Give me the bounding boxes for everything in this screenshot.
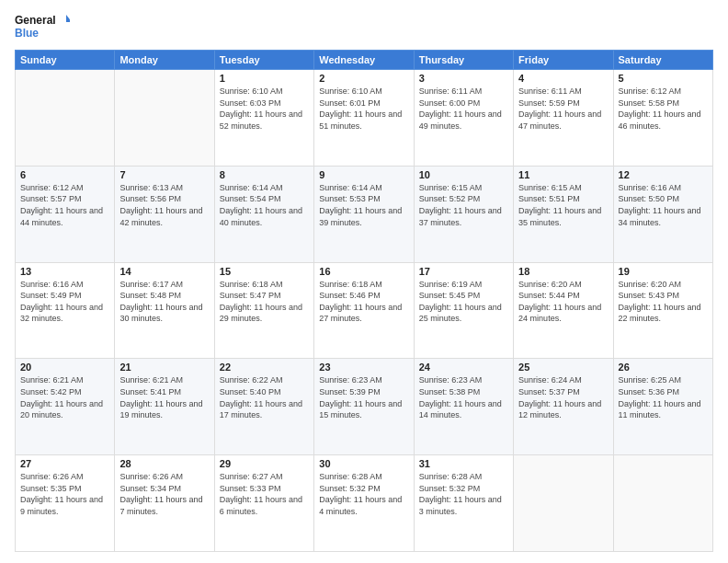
day-info: Sunrise: 6:14 AMSunset: 5:53 PMDaylight:… <box>319 182 408 228</box>
calendar-cell <box>514 455 613 552</box>
calendar-week-row: 1Sunrise: 6:10 AMSunset: 6:03 PMDaylight… <box>16 70 713 167</box>
day-info: Sunrise: 6:25 AMSunset: 5:36 PMDaylight:… <box>619 374 708 420</box>
day-number: 10 <box>419 169 508 180</box>
day-number: 7 <box>119 169 209 180</box>
day-info: Sunrise: 6:10 AMSunset: 6:01 PMDaylight:… <box>319 86 408 132</box>
day-number: 31 <box>419 458 508 469</box>
weekday-header-wednesday: Wednesday <box>314 51 414 70</box>
calendar-cell: 30Sunrise: 6:28 AMSunset: 5:32 PMDayligh… <box>314 455 414 552</box>
day-number: 23 <box>319 362 408 373</box>
day-number: 28 <box>119 458 209 469</box>
day-info: Sunrise: 6:26 AMSunset: 5:35 PMDaylight:… <box>20 471 109 517</box>
calendar-body: 1Sunrise: 6:10 AMSunset: 6:03 PMDaylight… <box>16 70 713 552</box>
calendar-week-row: 20Sunrise: 6:21 AMSunset: 5:42 PMDayligh… <box>16 359 713 455</box>
calendar-cell: 12Sunrise: 6:16 AMSunset: 5:50 PMDayligh… <box>613 166 712 262</box>
day-number: 13 <box>20 266 109 277</box>
calendar-week-row: 6Sunrise: 6:12 AMSunset: 5:57 PMDaylight… <box>16 166 713 262</box>
day-info: Sunrise: 6:10 AMSunset: 6:03 PMDaylight:… <box>220 86 309 132</box>
calendar-cell: 11Sunrise: 6:15 AMSunset: 5:51 PMDayligh… <box>514 166 613 262</box>
day-number: 21 <box>119 362 209 373</box>
day-info: Sunrise: 6:20 AMSunset: 5:44 PMDaylight:… <box>518 279 608 325</box>
day-number: 8 <box>220 169 309 180</box>
day-info: Sunrise: 6:15 AMSunset: 5:52 PMDaylight:… <box>419 182 508 228</box>
day-number: 9 <box>319 169 408 180</box>
day-info: Sunrise: 6:14 AMSunset: 5:54 PMDaylight:… <box>220 182 309 228</box>
day-info: Sunrise: 6:17 AMSunset: 5:48 PMDaylight:… <box>119 279 209 325</box>
calendar-cell: 3Sunrise: 6:11 AMSunset: 6:00 PMDaylight… <box>414 70 513 167</box>
svg-text:General: General <box>15 14 56 27</box>
calendar-cell: 17Sunrise: 6:19 AMSunset: 5:45 PMDayligh… <box>414 262 513 359</box>
calendar-page: General Blue SundayMondayTuesdayWednesda… <box>0 0 728 563</box>
weekday-header-monday: Monday <box>115 51 214 70</box>
day-info: Sunrise: 6:23 AMSunset: 5:39 PMDaylight:… <box>319 374 408 420</box>
day-info: Sunrise: 6:16 AMSunset: 5:49 PMDaylight:… <box>20 279 109 325</box>
day-number: 14 <box>119 266 209 277</box>
day-info: Sunrise: 6:16 AMSunset: 5:50 PMDaylight:… <box>619 182 708 228</box>
calendar-cell: 14Sunrise: 6:17 AMSunset: 5:48 PMDayligh… <box>115 262 214 359</box>
calendar-cell: 10Sunrise: 6:15 AMSunset: 5:52 PMDayligh… <box>414 166 513 262</box>
calendar-cell: 27Sunrise: 6:26 AMSunset: 5:35 PMDayligh… <box>16 455 115 552</box>
calendar-cell: 4Sunrise: 6:11 AMSunset: 5:59 PMDaylight… <box>514 70 613 167</box>
day-info: Sunrise: 6:15 AMSunset: 5:51 PMDaylight:… <box>518 182 608 228</box>
calendar-week-row: 27Sunrise: 6:26 AMSunset: 5:35 PMDayligh… <box>16 455 713 552</box>
day-number: 11 <box>518 169 608 180</box>
day-number: 20 <box>20 362 109 373</box>
day-info: Sunrise: 6:19 AMSunset: 5:45 PMDaylight:… <box>419 279 508 325</box>
day-number: 3 <box>419 73 508 84</box>
day-number: 16 <box>319 266 408 277</box>
calendar-cell: 5Sunrise: 6:12 AMSunset: 5:58 PMDaylight… <box>613 70 712 167</box>
day-info: Sunrise: 6:13 AMSunset: 5:56 PMDaylight:… <box>119 182 209 228</box>
calendar-table: SundayMondayTuesdayWednesdayThursdayFrid… <box>15 50 713 552</box>
day-number: 12 <box>619 169 708 180</box>
calendar-cell: 6Sunrise: 6:12 AMSunset: 5:57 PMDaylight… <box>16 166 115 262</box>
day-number: 18 <box>518 266 608 277</box>
calendar-cell: 31Sunrise: 6:28 AMSunset: 5:32 PMDayligh… <box>414 455 513 552</box>
weekday-header-sunday: Sunday <box>16 51 115 70</box>
day-number: 2 <box>319 73 408 84</box>
calendar-cell: 19Sunrise: 6:20 AMSunset: 5:43 PMDayligh… <box>613 262 712 359</box>
calendar-cell: 25Sunrise: 6:24 AMSunset: 5:37 PMDayligh… <box>514 359 613 455</box>
calendar-cell: 8Sunrise: 6:14 AMSunset: 5:54 PMDaylight… <box>214 166 313 262</box>
logo: General Blue <box>15 11 70 42</box>
day-number: 22 <box>220 362 309 373</box>
day-number: 30 <box>319 458 408 469</box>
logo-svg: General Blue <box>15 11 70 42</box>
day-number: 1 <box>220 73 309 84</box>
day-number: 24 <box>419 362 508 373</box>
day-number: 19 <box>619 266 708 277</box>
day-info: Sunrise: 6:11 AMSunset: 6:00 PMDaylight:… <box>419 86 508 132</box>
weekday-header-saturday: Saturday <box>613 51 712 70</box>
calendar-cell: 18Sunrise: 6:20 AMSunset: 5:44 PMDayligh… <box>514 262 613 359</box>
svg-text:Blue: Blue <box>15 27 39 40</box>
svg-marker-2 <box>66 15 70 22</box>
calendar-cell: 21Sunrise: 6:21 AMSunset: 5:41 PMDayligh… <box>115 359 214 455</box>
calendar-cell: 22Sunrise: 6:22 AMSunset: 5:40 PMDayligh… <box>214 359 313 455</box>
day-info: Sunrise: 6:12 AMSunset: 5:57 PMDaylight:… <box>20 182 109 228</box>
day-info: Sunrise: 6:21 AMSunset: 5:42 PMDaylight:… <box>20 374 109 420</box>
day-number: 15 <box>220 266 309 277</box>
day-info: Sunrise: 6:21 AMSunset: 5:41 PMDaylight:… <box>119 374 209 420</box>
calendar-cell: 7Sunrise: 6:13 AMSunset: 5:56 PMDaylight… <box>115 166 214 262</box>
day-number: 27 <box>20 458 109 469</box>
calendar-cell: 23Sunrise: 6:23 AMSunset: 5:39 PMDayligh… <box>314 359 414 455</box>
day-info: Sunrise: 6:20 AMSunset: 5:43 PMDaylight:… <box>619 279 708 325</box>
weekday-header-tuesday: Tuesday <box>214 51 313 70</box>
day-info: Sunrise: 6:22 AMSunset: 5:40 PMDaylight:… <box>220 374 309 420</box>
calendar-cell <box>115 70 214 167</box>
day-number: 5 <box>619 73 708 84</box>
day-number: 17 <box>419 266 508 277</box>
day-number: 6 <box>20 169 109 180</box>
day-info: Sunrise: 6:26 AMSunset: 5:34 PMDaylight:… <box>119 471 209 517</box>
day-info: Sunrise: 6:24 AMSunset: 5:37 PMDaylight:… <box>518 374 608 420</box>
calendar-cell: 29Sunrise: 6:27 AMSunset: 5:33 PMDayligh… <box>214 455 313 552</box>
day-info: Sunrise: 6:28 AMSunset: 5:32 PMDaylight:… <box>419 471 508 517</box>
day-info: Sunrise: 6:23 AMSunset: 5:38 PMDaylight:… <box>419 374 508 420</box>
calendar-cell: 26Sunrise: 6:25 AMSunset: 5:36 PMDayligh… <box>613 359 712 455</box>
day-info: Sunrise: 6:12 AMSunset: 5:58 PMDaylight:… <box>619 86 708 132</box>
calendar-cell <box>16 70 115 167</box>
day-info: Sunrise: 6:11 AMSunset: 5:59 PMDaylight:… <box>518 86 608 132</box>
day-info: Sunrise: 6:18 AMSunset: 5:46 PMDaylight:… <box>319 279 408 325</box>
weekday-header-friday: Friday <box>514 51 613 70</box>
weekday-header-thursday: Thursday <box>414 51 513 70</box>
calendar-cell: 20Sunrise: 6:21 AMSunset: 5:42 PMDayligh… <box>16 359 115 455</box>
